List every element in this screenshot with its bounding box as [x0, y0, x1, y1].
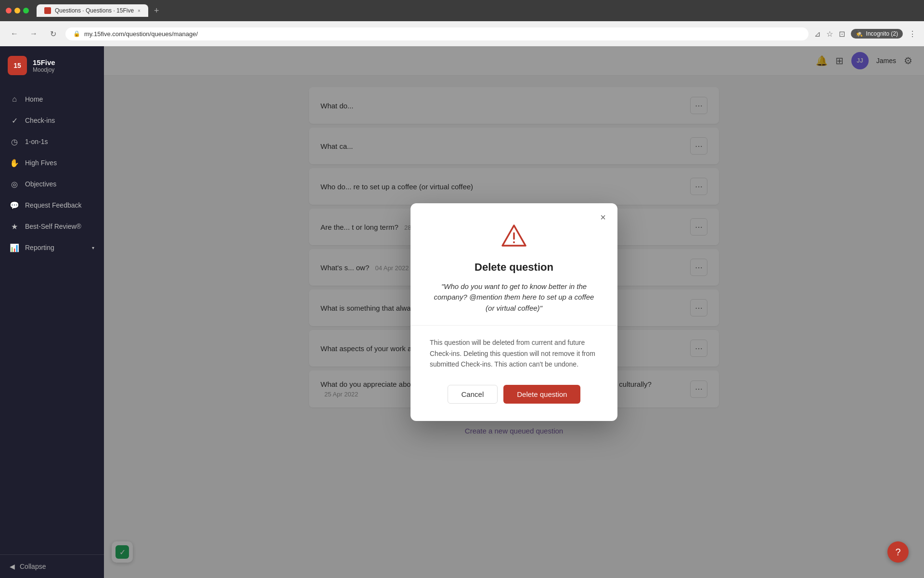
sidebar: 15 15Five Moodjoy ⌂ Home ✓ Check-ins ◷ 1…	[0, 46, 104, 578]
tab-bar: Questions · Questions · 15Five × +	[37, 4, 918, 17]
active-tab[interactable]: Questions · Questions · 15Five ×	[37, 4, 148, 17]
collapse-icon: ◀	[10, 563, 15, 570]
collapse-button[interactable]: ◀ Collapse	[10, 563, 94, 570]
minimize-traffic-light[interactable]	[14, 8, 20, 13]
sidebar-item-objectives-label: Objectives	[25, 180, 56, 188]
new-tab-button[interactable]: +	[150, 6, 163, 16]
sidebar-item-highfives-label: High Fives	[25, 159, 57, 167]
objectives-icon: ◎	[10, 179, 19, 189]
tab-close-button[interactable]: ×	[138, 8, 141, 13]
browser-chrome: Questions · Questions · 15Five × + ← → ↻…	[0, 0, 924, 46]
tab-favicon	[44, 7, 51, 14]
cast-icon[interactable]: ⊿	[814, 29, 821, 39]
sidebar-item-checkins-label: Check-ins	[25, 117, 55, 124]
modal-question-text: "Who do you want to get to know better i…	[430, 281, 598, 314]
modal-divider	[411, 325, 617, 326]
checkins-icon: ✓	[10, 116, 19, 125]
back-button[interactable]: ←	[8, 27, 21, 40]
sidebar-item-reporting-label: Reporting	[25, 244, 54, 251]
cancel-button[interactable]: Cancel	[448, 385, 498, 404]
sidebar-item-checkins[interactable]: ✓ Check-ins	[0, 110, 104, 131]
highfives-icon: ✋	[10, 158, 19, 168]
app-container: 15 15Five Moodjoy ⌂ Home ✓ Check-ins ◷ 1…	[0, 46, 924, 578]
bookmark-icon[interactable]: ☆	[826, 29, 833, 39]
modal-title: Delete question	[430, 261, 598, 274]
browser-top-bar: Questions · Questions · 15Five × +	[0, 0, 924, 21]
sidebar-item-objectives[interactable]: ◎ Objectives	[0, 173, 104, 195]
delete-question-button[interactable]: Delete question	[503, 385, 580, 404]
reload-button[interactable]: ↻	[46, 27, 60, 40]
user-subtitle: Moodjoy	[33, 66, 55, 73]
sidebar-item-best-self-review[interactable]: ★ Best-Self Review®	[0, 216, 104, 237]
forward-button[interactable]: →	[27, 27, 40, 40]
modal-warning-icon	[430, 223, 598, 251]
request-feedback-icon: 💬	[10, 200, 19, 210]
sidebar-item-request-feedback-label: Request Feedback	[25, 201, 82, 209]
svg-point-2	[513, 241, 515, 243]
delete-question-modal: × Delete question "Who do you want to ge…	[411, 203, 617, 421]
warning-triangle-icon	[500, 223, 527, 250]
home-icon: ⌂	[10, 94, 19, 104]
modal-actions: Cancel Delete question	[430, 385, 598, 404]
sidebar-item-1on1s[interactable]: ◷ 1-on-1s	[0, 131, 104, 152]
address-bar[interactable]: 🔒 my.15five.com/question/queues/manage/	[65, 27, 808, 40]
sidebar-item-1on1s-label: 1-on-1s	[25, 138, 48, 145]
reporting-chevron-icon: ▾	[92, 245, 94, 250]
close-traffic-light[interactable]	[6, 8, 12, 13]
logo-initials: 15	[13, 62, 21, 69]
1on1s-icon: ◷	[10, 137, 19, 146]
maximize-traffic-light[interactable]	[23, 8, 29, 13]
sidebar-item-request-feedback[interactable]: 💬 Request Feedback	[0, 195, 104, 216]
modal-warning-text: This question will be deleted from curre…	[430, 337, 598, 369]
company-name: 15Five	[33, 58, 55, 66]
extension-icon[interactable]: ⊡	[839, 29, 845, 39]
address-text: my.15five.com/question/queues/manage/	[84, 30, 198, 38]
sidebar-bottom: ◀ Collapse	[0, 554, 104, 578]
reporting-icon: 📊	[10, 243, 19, 252]
sidebar-logo: 15 15Five Moodjoy	[0, 46, 104, 85]
sidebar-item-highfives[interactable]: ✋ High Fives	[0, 152, 104, 173]
modal-overlay: × Delete question "Who do you want to ge…	[104, 46, 924, 578]
incognito-badge: 🕵 Incognito (2)	[851, 29, 903, 39]
browser-nav-bar: ← → ↻ 🔒 my.15five.com/question/queues/ma…	[0, 21, 924, 46]
sidebar-item-home[interactable]: ⌂ Home	[0, 89, 104, 110]
modal-close-button[interactable]: ×	[596, 211, 610, 224]
browser-more-icon[interactable]: ⋮	[909, 29, 916, 39]
incognito-label: Incognito (2)	[866, 30, 898, 37]
logo-text-group: 15Five Moodjoy	[33, 58, 55, 73]
incognito-icon: 🕵	[856, 30, 863, 37]
collapse-label: Collapse	[20, 563, 46, 570]
sidebar-item-best-self-label: Best-Self Review®	[25, 223, 81, 230]
traffic-lights	[6, 8, 29, 13]
tab-title: Questions · Questions · 15Five	[55, 7, 134, 14]
sidebar-item-reporting[interactable]: 📊 Reporting ▾	[0, 237, 104, 258]
best-self-icon: ★	[10, 222, 19, 231]
sidebar-item-home-label: Home	[25, 95, 43, 103]
main-content: 🔔 ⊞ JJ James ⚙ What do... ⋯ What ca... ⋯…	[104, 46, 924, 578]
sidebar-nav: ⌂ Home ✓ Check-ins ◷ 1-on-1s ✋ High Five…	[0, 85, 104, 554]
app-logo: 15	[8, 56, 27, 75]
lock-icon: 🔒	[73, 30, 80, 37]
help-button[interactable]: ?	[887, 541, 909, 563]
browser-actions: ⊿ ☆ ⊡ 🕵 Incognito (2) ⋮	[814, 29, 916, 39]
help-icon: ?	[895, 547, 900, 558]
